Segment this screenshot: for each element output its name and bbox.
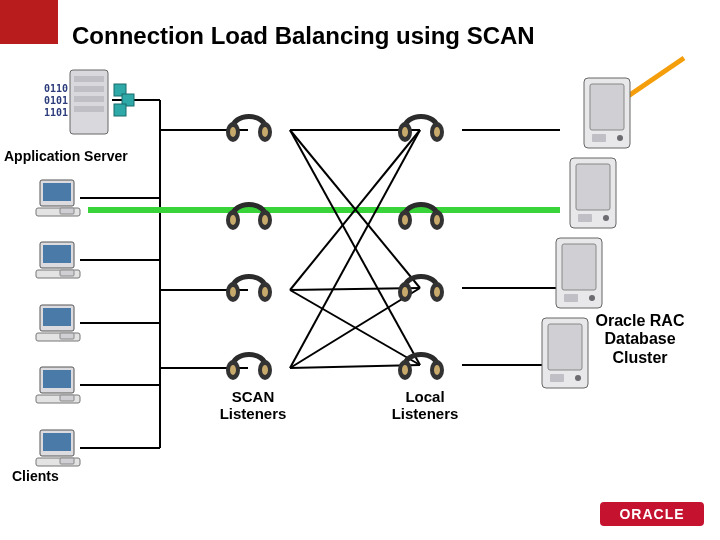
app-server-icon [70,70,108,134]
svg-text:0101: 0101 [44,95,68,106]
diagram-canvas: 0110 0101 1101 ORAC [0,0,720,540]
slide: Connection Load Balancing using SCAN App… [0,0,720,540]
db-node-icon [542,318,588,388]
local-listener-icon [398,117,444,143]
svg-text:1101: 1101 [44,107,68,118]
client-icon [36,430,80,466]
scan-listener-icon [226,277,272,303]
db-node-icon [584,78,630,148]
scan-listener-icon [226,117,272,143]
client-icon [36,367,80,403]
local-listener-icon [398,277,444,303]
oracle-logo-icon: ORACLE [600,502,704,526]
client-icon [36,242,80,278]
svg-rect-45 [114,104,126,116]
svg-text:0110: 0110 [44,83,68,94]
db-node-icon [556,238,602,308]
binary-bits-icon: 0110 0101 1101 [44,83,68,118]
client-icon [36,180,80,216]
scan-listener-icon [226,355,272,381]
client-icon [36,305,80,341]
local-listener-icon [398,355,444,381]
svg-text:ORACLE: ORACLE [619,506,684,522]
db-node-icon [570,158,616,228]
wires [80,100,560,448]
